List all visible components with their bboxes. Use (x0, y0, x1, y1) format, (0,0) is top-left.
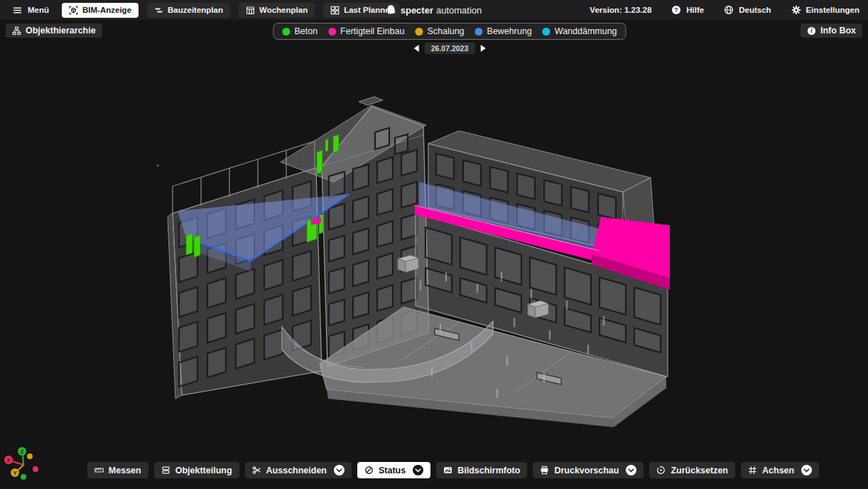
status-icon (364, 466, 374, 475)
messen-button[interactable]: Messen (87, 462, 148, 478)
window (207, 313, 226, 343)
window (207, 278, 226, 308)
bim-cube-icon (69, 6, 78, 15)
window (353, 260, 369, 286)
legend-dot (543, 28, 550, 36)
window (377, 157, 393, 183)
legend-item-beton[interactable]: Beton (282, 26, 318, 36)
window (353, 228, 369, 254)
stray-dot (157, 165, 159, 167)
button-label: Druckvorschau (554, 466, 619, 475)
achsen-dropdown-toggle[interactable] (801, 465, 812, 475)
window (401, 278, 417, 304)
legend-dot (282, 28, 290, 36)
legend-label: Wanddämmung (555, 26, 617, 36)
split-object-icon (161, 466, 170, 475)
bim-3d-viewport[interactable] (0, 0, 868, 489)
zuruecksetzen-button[interactable]: Zurücksetzen (649, 462, 735, 478)
info-box-label: Info Box (820, 26, 856, 36)
tab-bim-anzeige[interactable]: BIM-Anzeige (62, 3, 139, 18)
object-hierarchy-label: Objekthierarchie (26, 26, 96, 36)
window (293, 251, 311, 281)
window (236, 303, 254, 333)
button-label: Objektteilung (175, 466, 232, 475)
menu-button[interactable]: Menü (9, 6, 53, 15)
status-dropdown-toggle[interactable] (413, 465, 423, 475)
window (600, 277, 626, 315)
window (517, 173, 535, 199)
objektteilung-button[interactable]: Objektteilung (154, 462, 239, 478)
window (264, 260, 283, 290)
language-button[interactable]: Deutsch (724, 5, 771, 15)
axes-grid-icon (748, 466, 757, 475)
window (179, 322, 197, 352)
window (264, 295, 283, 325)
calendar-icon (246, 6, 255, 15)
legend-item-bewehrung[interactable]: Bewehrung (475, 26, 532, 36)
window (353, 164, 369, 190)
gantt-icon (154, 6, 163, 15)
object-hierarchy-button[interactable]: Objekthierarchie (6, 23, 102, 38)
window (377, 285, 393, 311)
brand-logo: specterautomation (386, 0, 482, 20)
tab-label: Bauzeitenplan (168, 6, 223, 14)
rooftop-box (398, 255, 418, 272)
legend-label: Fertigteil Einbau (340, 26, 404, 36)
gizmo-axis-label: X (6, 457, 10, 463)
achsen-button[interactable]: Achsen (741, 462, 819, 478)
info-icon: i (807, 26, 816, 36)
building-model[interactable] (157, 97, 671, 427)
button-label: Bildschirmfoto (457, 466, 520, 475)
window (490, 167, 508, 193)
window (463, 160, 481, 186)
window (544, 180, 562, 205)
legend-dot (328, 28, 336, 36)
window (571, 187, 589, 213)
window (353, 292, 369, 318)
gizmo-axis-y-negative[interactable] (27, 453, 33, 459)
window (207, 348, 226, 377)
help-button[interactable]: ? Hilfe (671, 5, 704, 15)
svg-text:?: ? (675, 6, 678, 14)
printer-icon (540, 466, 549, 475)
gizmo-axis-label: Y (13, 470, 16, 476)
ausschneiden-dropdown-toggle[interactable] (334, 465, 345, 475)
bim-application: Menü BIM-Anzeige Bauzeitenplan (0, 0, 868, 489)
version-label: Version: 1.23.28 (590, 6, 651, 14)
window (495, 247, 521, 285)
window (329, 299, 345, 326)
gizmo-axis-x[interactable]: X (4, 456, 13, 464)
druckvorschau-dropdown-toggle[interactable] (626, 465, 636, 475)
window (377, 253, 393, 279)
ausschneiden-button[interactable]: Ausschneiden (245, 462, 352, 478)
hierarchy-icon (12, 26, 21, 36)
window (598, 193, 616, 219)
legend-item-fertigteil-einbau[interactable]: Fertigteil Einbau (328, 26, 404, 36)
tab-wochenplan[interactable]: Wochenplan (239, 3, 315, 18)
info-box-button[interactable]: i Info Box (801, 23, 862, 38)
window (401, 214, 417, 240)
previous-day-button[interactable] (414, 45, 419, 52)
status-button[interactable]: Status (357, 462, 430, 478)
menu-label: Menü (28, 6, 49, 14)
bildschirmfoto-button[interactable]: Bildschirmfoto (436, 462, 527, 478)
window (264, 330, 283, 360)
window (436, 154, 454, 179)
reset-icon (656, 466, 666, 475)
legend-item-schalung[interactable]: Schalung (415, 26, 464, 36)
globe-icon (724, 5, 734, 15)
legend-dot (415, 28, 423, 36)
gizmo-axis-z[interactable]: Z (18, 447, 26, 456)
druckvorschau-button[interactable]: Druckvorschau (533, 462, 644, 478)
button-label: Achsen (762, 466, 794, 475)
scissors-icon (252, 466, 261, 475)
window (530, 257, 556, 295)
next-day-button[interactable] (480, 45, 485, 52)
window (179, 357, 197, 387)
tab-bauzeitenplan[interactable]: Bauzeitenplan (147, 3, 230, 18)
legend-item-wanddaemmung[interactable]: Wanddämmung (543, 26, 617, 36)
button-label: Messen (109, 466, 141, 475)
settings-button[interactable]: Einstellungen (791, 5, 859, 15)
tab-label: Wochenplan (259, 6, 308, 14)
gizmo-axis-y[interactable]: Y (11, 468, 19, 477)
